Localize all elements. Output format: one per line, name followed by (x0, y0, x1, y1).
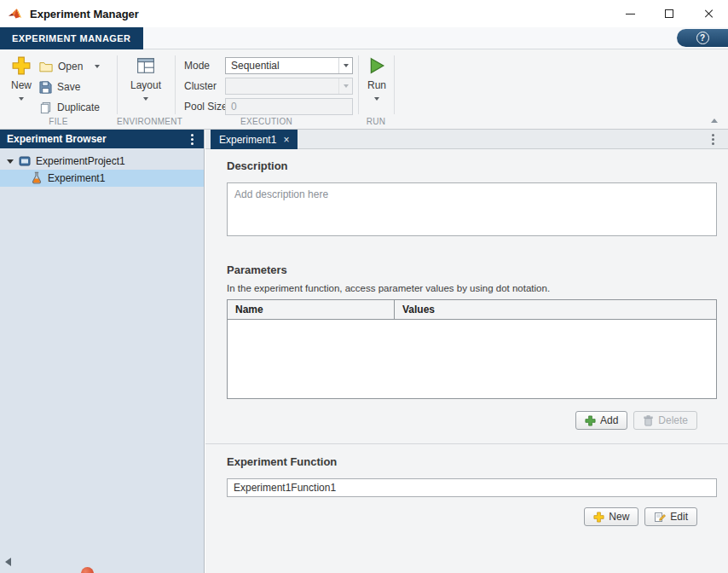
delete-button-label: Delete (658, 414, 688, 426)
document-area: Experiment1 × Description Parameters In … (205, 130, 728, 573)
layout-button-label: Layout (130, 79, 161, 91)
delete-icon (643, 415, 654, 426)
description-heading: Description (227, 159, 288, 172)
new-button[interactable]: New (7, 56, 36, 101)
experiment-function-buttons: New Edit (584, 507, 697, 526)
section-separator (358, 55, 359, 114)
new-function-button[interactable]: New (584, 507, 638, 526)
experiment-function-input[interactable] (227, 478, 717, 497)
mode-dropdown-icon (338, 58, 352, 73)
run-icon (367, 56, 386, 75)
ribbon-collapse-icon[interactable] (711, 119, 718, 123)
browser-tree: ExperimentProject1 Experiment1 (0, 148, 204, 187)
environment-section-label: ENVIRONMENT (117, 117, 175, 126)
file-section-label: FILE (0, 117, 117, 126)
open-dropdown-icon (95, 65, 100, 68)
new-dropdown-icon (19, 97, 24, 101)
pool-size-label: Pool Size (184, 98, 228, 115)
run-dropdown-icon (374, 97, 379, 101)
experiment-function-heading: Experiment Function (227, 455, 337, 468)
layout-button[interactable]: Layout (127, 56, 165, 101)
toolstrip-ribbon: New Open Save (0, 49, 728, 130)
column-header-values: Values (395, 300, 716, 319)
duplicate-button[interactable]: Duplicate (39, 99, 100, 116)
matlab-logo-icon (8, 7, 22, 21)
save-button-label: Save (57, 81, 80, 93)
help-button[interactable]: ? (677, 29, 728, 47)
close-button[interactable] (689, 0, 728, 27)
tab-close-icon[interactable]: × (283, 135, 289, 145)
project-icon (19, 155, 31, 167)
delete-button: Delete (633, 411, 697, 430)
clipped-status-icon (81, 567, 94, 573)
document-tab-experiment1[interactable]: Experiment1 × (211, 130, 298, 149)
question-icon: ? (696, 32, 709, 44)
toolstrip-tab-row: EXPERIMENT MANAGER ? (0, 27, 728, 49)
new-button-label: New (11, 79, 32, 91)
section-divider (205, 443, 728, 444)
save-icon (39, 81, 52, 94)
browser-menu-button[interactable] (191, 134, 194, 145)
tree-item-experiment[interactable]: Experiment1 (0, 170, 204, 187)
maximize-icon (665, 9, 673, 18)
document-content: Description Parameters In the experiment… (205, 149, 728, 573)
edit-icon (654, 511, 666, 523)
minimize-button[interactable] (610, 0, 650, 27)
experiment-browser-panel: Experiment Browser ExperimentProject1 (0, 130, 205, 573)
new-icon (12, 56, 31, 75)
save-button[interactable]: Save (39, 78, 80, 96)
mode-select[interactable]: Sequential (225, 57, 353, 74)
tab-experiment-manager[interactable]: EXPERIMENT MANAGER (0, 27, 143, 49)
window-titlebar: Experiment Manager (0, 0, 728, 27)
browser-title: Experiment Browser (7, 133, 107, 145)
project-label: ExperimentProject1 (36, 155, 125, 167)
run-section-label: RUN (358, 117, 394, 126)
panel-collapse-icon[interactable] (5, 558, 11, 566)
add-button[interactable]: Add (575, 411, 627, 430)
section-separator (394, 55, 395, 114)
edit-button[interactable]: Edit (644, 507, 697, 526)
window-title: Experiment Manager (30, 8, 139, 20)
add-button-label: Add (600, 414, 618, 426)
parameters-table-header: Name Values (228, 300, 716, 320)
execution-section-label: EXECUTION (175, 117, 358, 126)
experiment-label: Experiment1 (48, 172, 105, 184)
minimize-icon (626, 14, 635, 14)
document-tab-label: Experiment1 (219, 134, 276, 146)
run-button[interactable]: Run (362, 56, 391, 101)
experiment-manager-window: Experiment Manager EXPERIMENT MANAGER ? … (0, 0, 728, 573)
new-function-icon (593, 512, 604, 523)
parameters-table: Name Values (227, 299, 717, 399)
cluster-dropdown-icon (338, 78, 352, 94)
maximize-button[interactable] (650, 0, 689, 27)
open-button-label: Open (58, 61, 83, 72)
close-icon (703, 9, 714, 19)
layout-icon (136, 56, 155, 75)
duplicate-button-label: Duplicate (57, 101, 100, 113)
cluster-select (225, 78, 353, 95)
window-controls (610, 0, 728, 27)
layout-dropdown-icon (143, 97, 148, 101)
section-separator (117, 55, 118, 114)
document-menu-button[interactable] (712, 134, 714, 145)
add-icon (585, 415, 596, 426)
parameters-buttons: Add Delete (575, 411, 697, 430)
parameters-heading: Parameters (227, 263, 287, 276)
section-separator (175, 55, 176, 114)
duplicate-icon (39, 101, 52, 114)
cluster-label: Cluster (184, 78, 217, 95)
mode-select-value: Sequential (226, 60, 338, 72)
run-button-label: Run (367, 79, 386, 91)
expand-icon[interactable] (7, 159, 14, 164)
tree-item-project[interactable]: ExperimentProject1 (0, 153, 204, 170)
folder-icon (39, 61, 53, 72)
browser-header: Experiment Browser (0, 130, 204, 148)
flask-icon (31, 171, 43, 185)
open-button[interactable]: Open (39, 58, 100, 75)
mode-label: Mode (184, 57, 210, 74)
column-header-name: Name (228, 300, 395, 319)
parameters-caption: In the experiment function, access param… (227, 283, 550, 293)
new-function-button-label: New (609, 511, 629, 523)
edit-button-label: Edit (670, 511, 688, 523)
description-textarea[interactable] (227, 182, 717, 236)
